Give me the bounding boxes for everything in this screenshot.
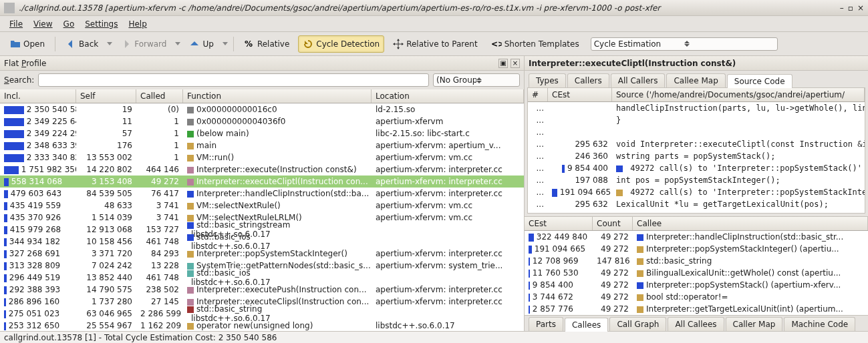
minimize-button[interactable]: – — [840, 3, 844, 13]
open-button[interactable]: Open — [5, 35, 49, 53]
source-row[interactable]: ...295 632void Interpreter::executeClipt… — [528, 138, 865, 150]
titlebar: ./callgrind.out.13578 [apertium-xfervm -… — [0, 0, 868, 16]
bottom-tabs: PartsCalleesCall GraphAll CalleesCaller … — [525, 315, 868, 331]
tab-types[interactable]: Types — [529, 73, 566, 87]
tab-parts[interactable]: Parts — [529, 317, 563, 331]
table-row[interactable]: 275 051 02363 046 9652 286 599std::basic… — [0, 308, 524, 320]
table-row[interactable]: 1 751 982 35014 220 802464 146Interprete… — [0, 163, 524, 176]
menu-help[interactable]: Help — [124, 18, 150, 30]
back-button[interactable]: Back — [61, 35, 103, 53]
table-row[interactable]: 2 350 540 58619(0)0x000000000016c0ld-2.1… — [0, 103, 524, 115]
tab-call-graph[interactable]: Call Graph — [609, 317, 666, 331]
source-row[interactable]: ... — [528, 126, 865, 138]
close-button[interactable]: × — [857, 3, 864, 13]
source-row[interactable]: ... 9 854 400 49272 call(s) to 'Interpre… — [528, 162, 865, 174]
table-row[interactable]: 2 349 224 299571(below main)libc-2.15.so… — [0, 127, 524, 139]
forward-history-dropdown[interactable] — [175, 42, 180, 45]
table-row[interactable]: 2 333 340 82013 553 0021VM::run()apertiu… — [0, 151, 524, 163]
search-label: Search: — [4, 75, 34, 85]
col-function[interactable]: Function — [183, 89, 372, 103]
callee-row[interactable]: 191 094 66549 272Interpreter::popSystemS… — [525, 243, 868, 255]
callees-columns: CEst Count Callee — [525, 217, 868, 231]
col-cest[interactable]: CEst — [548, 88, 612, 101]
flat-profile-header: Flat Profile ▣ × — [0, 56, 524, 71]
menu-settings[interactable]: Settings — [81, 18, 122, 30]
tab-source-code[interactable]: Source Code — [727, 74, 792, 88]
table-row[interactable]: 558 314 0683 153 40849 272Interpreter::e… — [0, 176, 524, 188]
callee-row[interactable]: 2 857 77649 272Interpreter::getTargetLex… — [525, 303, 868, 315]
percent-icon: % — [244, 39, 255, 49]
source-row[interactable]: ...197 088 int pos = popSystemStackInteg… — [528, 174, 865, 186]
col-incl[interactable]: Incl. — [0, 89, 76, 103]
source-row[interactable]: ...246 360 wstring parts = popSystemStac… — [528, 150, 865, 162]
cycle-detection-toggle[interactable]: Cycle Detection — [298, 35, 384, 53]
col-callee-count[interactable]: Count — [593, 217, 633, 230]
callee-row[interactable]: 322 449 84049 272Interpreter::handleClip… — [525, 231, 868, 243]
table-row[interactable]: 253 312 65025 554 9671 162 209operator n… — [0, 320, 524, 331]
table-row[interactable]: 435 419 55948 6333 741VM::selectNextRule… — [0, 200, 524, 212]
col-source[interactable]: Source ('/home/andrei/Documents/gsoc/and… — [612, 88, 865, 101]
tab-machine-code[interactable]: Machine Code — [784, 317, 855, 331]
grouping-combo[interactable]: (No Grouping) — [433, 73, 520, 87]
cycle-icon — [303, 39, 313, 49]
table-row[interactable]: 296 449 51913 852 440461 748std::basic_i… — [0, 272, 524, 284]
tab-all-callees[interactable]: All Callees — [668, 317, 724, 331]
arrow-left-icon — [65, 39, 76, 49]
menubar: File View Go Settings Help — [0, 16, 868, 32]
col-linenum[interactable]: # — [528, 88, 548, 101]
table-row[interactable]: 344 934 18210 158 456461 748std::basic_i… — [0, 236, 524, 248]
arrow-right-icon — [121, 39, 132, 49]
move-icon — [393, 39, 404, 49]
top-tabs: TypesCallersAll CallersCallee MapSource … — [525, 71, 868, 87]
app-icon — [4, 3, 15, 13]
shorten-templates-toggle[interactable]: <> Shorten Templates — [486, 35, 584, 53]
svg-text:<>: <> — [491, 39, 502, 49]
forward-button[interactable]: Forward — [116, 35, 171, 53]
toolbar: Open Back Forward Up % Relative Cycle De… — [0, 32, 868, 56]
tab-caller-map[interactable]: Caller Map — [726, 317, 783, 331]
col-self[interactable]: Self — [76, 89, 136, 103]
source-row[interactable]: ...} — [528, 114, 865, 126]
tab-callers[interactable]: Callers — [567, 73, 609, 87]
table-row[interactable]: 2 348 633 3901761mainapertium-xfervm: ap… — [0, 139, 524, 151]
table-row[interactable]: 479 603 64384 539 50576 417Interpreter::… — [0, 188, 524, 200]
source-row[interactable]: ...handleClipInstruction(parts, lu, lu->… — [528, 102, 865, 114]
angle-brackets-icon: <> — [491, 39, 502, 49]
source-row[interactable]: ...295 632 LexicalUnit *lu = getTargetLe… — [528, 198, 865, 210]
tab-all-callers[interactable]: All Callers — [611, 73, 666, 87]
maximize-button[interactable]: ▫ — [848, 3, 853, 13]
callees-body: 322 449 84049 272Interpreter::handleClip… — [525, 231, 868, 315]
folder-open-icon — [10, 39, 21, 49]
tab-callees[interactable]: Callees — [565, 318, 608, 332]
callee-row[interactable]: 3 744 67249 272bool std::operator!= — [525, 291, 868, 303]
flat-profile-columns: Incl. Self Called Function Location — [0, 89, 524, 103]
callee-row[interactable]: 11 760 53049 272BilingualLexicalUnit::ge… — [525, 267, 868, 279]
source-row[interactable]: ... 191 094 665 49272 call(s) to 'Interp… — [528, 186, 865, 198]
col-called[interactable]: Called — [136, 89, 183, 103]
tab-callee-map[interactable]: Callee Map — [666, 73, 725, 87]
col-callee-cest[interactable]: CEst — [525, 217, 593, 230]
menu-view[interactable]: View — [29, 18, 56, 30]
relative-parent-toggle[interactable]: Relative to Parent — [388, 35, 482, 53]
search-input[interactable] — [38, 73, 429, 87]
window-title: ./callgrind.out.13578 [apertium-xfervm -… — [19, 3, 836, 13]
callee-row[interactable]: 9 854 40049 272Interpreter::popSystemSta… — [525, 279, 868, 291]
arrow-up-icon — [189, 39, 200, 49]
col-callee[interactable]: Callee — [633, 217, 868, 230]
dock-button[interactable]: ▣ — [498, 59, 508, 68]
up-button[interactable]: Up — [184, 35, 218, 53]
table-row[interactable]: 2 349 225 6411110x00000000004036f0aperti… — [0, 115, 524, 127]
menu-go[interactable]: Go — [59, 18, 79, 30]
table-row[interactable]: 292 388 39314 790 575238 502Interpreter:… — [0, 284, 524, 296]
table-row[interactable]: 327 268 6913 371 72084 293Interpreter::p… — [0, 248, 524, 260]
col-location[interactable]: Location — [372, 89, 524, 103]
cost-type-combo[interactable]: Cycle Estimation — [591, 37, 778, 51]
back-history-dropdown[interactable] — [107, 42, 112, 45]
callee-row[interactable]: 12 708 969147 816std::basic_string — [525, 255, 868, 267]
source-columns: # CEst Source ('/home/andrei/Documents/g… — [528, 88, 865, 102]
relative-toggle[interactable]: % Relative — [239, 35, 294, 53]
menu-file[interactable]: File — [5, 18, 27, 30]
svg-text:%: % — [245, 39, 253, 49]
close-panel-button[interactable]: × — [511, 59, 520, 68]
up-history-dropdown[interactable] — [223, 42, 228, 45]
